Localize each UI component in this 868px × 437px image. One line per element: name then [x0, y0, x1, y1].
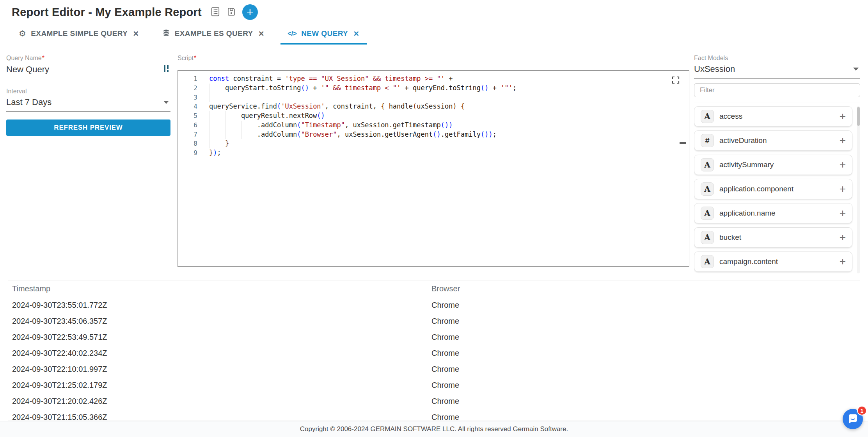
table-row: 2024-09-30T22:40:02.234ZChrome	[8, 345, 860, 361]
code-line[interactable]: 9});	[178, 148, 689, 158]
code-line[interactable]: 6 .addColumn("Timestamp", uxSession.getT…	[178, 121, 689, 130]
text-type-icon: A	[701, 110, 714, 123]
field-filter-input[interactable]	[694, 83, 860, 97]
add-field-button[interactable]: +	[840, 111, 846, 122]
number-type-icon: #	[701, 134, 714, 147]
tab-example-simple-query[interactable]: ⚙EXAMPLE SIMPLE QUERY×	[12, 23, 147, 45]
code-token: .addColumn	[209, 121, 297, 129]
code-line[interactable]: 3	[178, 93, 689, 102]
table-header-row: Timestamp Browser	[8, 280, 860, 297]
indent-guide	[225, 121, 225, 130]
refresh-preview-button[interactable]: REFRESH PREVIEW	[6, 120, 170, 136]
indent-guide	[225, 111, 225, 121]
field-name: campaign.content	[719, 257, 778, 266]
code-token: , uxSession.getTimestamp	[345, 121, 441, 129]
field-card-campaign-content[interactable]: Acampaign.content+	[694, 251, 852, 272]
fullscreen-expand-button[interactable]	[672, 76, 680, 85]
cell-timestamp: 2024-09-30T21:15:05.366Z	[8, 413, 428, 421]
fact-model-select[interactable]: UxSession	[694, 64, 860, 78]
tab-example-es-query[interactable]: EXAMPLE ES QUERY×	[155, 23, 272, 45]
close-icon[interactable]: ×	[258, 29, 265, 38]
script-label: Script	[178, 55, 196, 62]
field-card-activeDuration[interactable]: #activeDuration+	[694, 130, 852, 151]
code-token: (	[277, 102, 281, 110]
field-list-scrollbar[interactable]	[857, 106, 860, 273]
column-header-timestamp: Timestamp	[8, 284, 428, 293]
code-line[interactable]: 2 queryStart.toString() + '" && timestam…	[178, 84, 689, 93]
code-token: }	[225, 139, 229, 147]
code-token: uxSession	[417, 102, 453, 110]
interval-label: Interval	[6, 88, 170, 95]
code-token: +	[445, 75, 453, 82]
code-line[interactable]: 4queryService.find('UxSession', constrai…	[178, 102, 689, 111]
code-line[interactable]: 8 }	[178, 139, 689, 148]
cell-browser: Chrome	[428, 349, 860, 358]
add-field-button[interactable]: +	[840, 208, 846, 219]
code-token: +	[309, 84, 321, 92]
code-line[interactable]: 5 queryResult.nextRow()	[178, 111, 689, 121]
code-token: (	[297, 121, 301, 129]
field-card-bucket[interactable]: Abucket+	[694, 227, 852, 248]
code-token: const	[209, 75, 229, 82]
table-body: 2024-09-30T23:55:01.772ZChrome2024-09-30…	[8, 297, 860, 421]
add-field-button[interactable]: +	[840, 184, 846, 194]
report-list-button[interactable]	[210, 7, 220, 18]
save-report-button[interactable]	[227, 7, 236, 18]
query-settings-panel: Query Name Interval Last 7 Days REFRESH …	[6, 55, 170, 136]
editor-scrollbar[interactable]	[683, 71, 683, 266]
table-row: 2024-09-30T21:20:02.426ZChrome	[8, 393, 860, 409]
code-token: "Timestamp"	[301, 121, 345, 129]
add-query-button[interactable]: +	[242, 4, 258, 20]
field-card-application-name[interactable]: Aapplication.name+	[694, 203, 852, 223]
gear-icon: ⚙	[19, 30, 26, 38]
field-card-application-component[interactable]: Aapplication.component+	[694, 179, 852, 199]
field-card-access[interactable]: Aaccess+	[694, 106, 852, 127]
add-field-button[interactable]: +	[840, 232, 846, 243]
code-line[interactable]: 7 .addColumn("Browser", uxSession.getUse…	[178, 130, 689, 139]
scrollbar-thumb[interactable]	[857, 107, 860, 126]
report-editor-page: Report Editor - My Example Report	[0, 0, 868, 437]
bind-data-icon[interactable]	[163, 64, 170, 75]
code-token: (	[297, 130, 301, 138]
table-row: 2024-09-30T22:53:49.571ZChrome	[8, 329, 860, 345]
cell-timestamp: 2024-09-30T22:40:02.234Z	[8, 349, 428, 358]
code-line[interactable]: 1const constraint = 'type == "UX Session…	[178, 74, 689, 84]
text-type-icon: A	[701, 158, 714, 171]
code-token: }	[209, 149, 213, 157]
indent-guide	[209, 121, 209, 130]
expand-icon	[672, 79, 680, 85]
chat-bubble-icon	[847, 413, 858, 425]
text-type-icon: A	[701, 182, 714, 196]
fact-models-panel: Fact Models UxSession Aaccess+#activeDur…	[694, 55, 860, 275]
close-icon[interactable]: ×	[353, 29, 360, 38]
code-area[interactable]: 1const constraint = 'type == "UX Session…	[178, 71, 689, 158]
add-field-button[interactable]: +	[840, 159, 846, 170]
line-number: 4	[178, 102, 197, 111]
field-card-activitySummary[interactable]: AactivitySummary+	[694, 155, 852, 175]
list-icon	[210, 7, 220, 18]
column-header-browser: Browser	[428, 284, 860, 293]
code-token: ;	[217, 149, 221, 157]
code-token: (	[413, 102, 417, 110]
indent-guide	[209, 84, 209, 93]
code-token: ())	[481, 130, 493, 138]
cell-browser: Chrome	[428, 333, 860, 342]
add-field-button[interactable]: +	[840, 135, 846, 146]
text-type-icon: A	[701, 255, 714, 268]
notification-badge: 1	[857, 406, 867, 416]
cell-browser: Chrome	[428, 301, 860, 310]
app-header: Report Editor - My Example Report	[0, 0, 868, 20]
field-name: bucket	[719, 233, 741, 242]
field-name: access	[719, 112, 742, 121]
field-list-container: Aaccess+#activeDuration+AactivitySummary…	[694, 106, 860, 275]
line-number: 9	[178, 148, 197, 158]
code-token: constraint =	[229, 75, 285, 82]
table-row: 2024-09-30T23:55:01.772ZChrome	[8, 297, 860, 313]
interval-select[interactable]: Last 7 Days	[6, 97, 170, 112]
close-icon[interactable]: ×	[132, 29, 139, 38]
cell-browser: Chrome	[428, 397, 860, 406]
query-name-input[interactable]	[6, 64, 163, 75]
tab-new-query[interactable]: </>NEW QUERY×	[280, 23, 367, 45]
add-field-button[interactable]: +	[840, 256, 846, 267]
script-code-editor[interactable]: 1const constraint = 'type == "UX Session…	[178, 70, 689, 267]
